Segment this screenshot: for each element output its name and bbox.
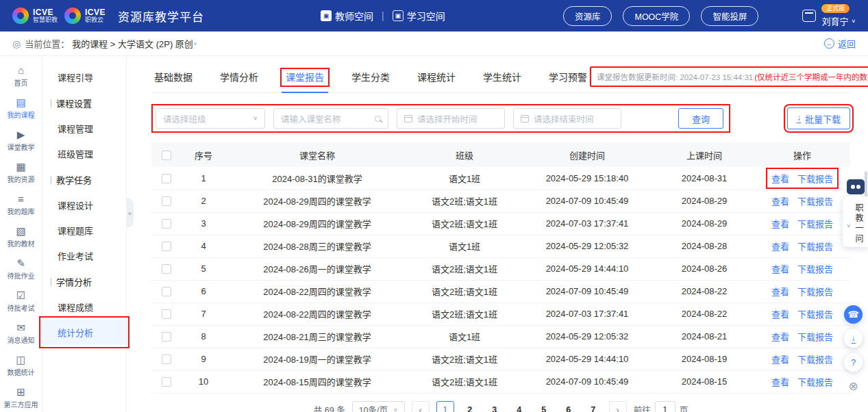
page-button-6[interactable]: 6 <box>560 401 578 412</box>
nav-teacher-space[interactable]: ▣ 教师空间 <box>321 9 373 23</box>
sidebar-item-my-textbooks[interactable]: ▧ 我的教材 <box>0 221 42 253</box>
download-report-link[interactable]: 下载报告 <box>797 330 833 343</box>
menu-item[interactable]: 班级管理 <box>42 141 126 166</box>
teacher-space-icon: ▣ <box>321 10 332 21</box>
page-button-2[interactable]: 2 <box>461 401 479 412</box>
sidebar-item-third-party-apps[interactable]: ⊞ 第三方应用 <box>0 382 42 412</box>
menu-item[interactable]: 课程题库 <box>42 218 126 243</box>
row-checkbox[interactable] <box>162 264 171 274</box>
table-row: 3 2024-08-29周四的课堂教学 语文2班;语文1班 2024-07-03… <box>151 212 850 235</box>
sidebar-item-my-courses[interactable]: ▤ 我的课程 <box>0 92 42 125</box>
download-report-link[interactable]: 下载报告 <box>797 217 833 230</box>
row-checkbox[interactable] <box>162 196 171 206</box>
qa-tab[interactable]: 职教一问 ∨ <box>843 196 868 247</box>
select-all-checkbox[interactable] <box>162 151 171 160</box>
breadcrumb-path[interactable]: 我的课程 > 大学语文 (2P) 原创 <box>72 37 193 50</box>
start-date-input[interactable]: 请选择开始时间 <box>397 108 505 129</box>
help-button[interactable]: ? <box>844 353 863 372</box>
smart-cast-button[interactable]: 智能投屏 <box>701 6 758 26</box>
sidebar-item-my-question-bank[interactable]: ≡ 我的题库 <box>0 189 42 221</box>
row-checkbox[interactable] <box>162 377 171 387</box>
update-scope-note: (仅统计近三个学期或一年内的数据) <box>754 71 868 82</box>
row-checkbox[interactable] <box>162 219 171 229</box>
location-icon: ◎ <box>12 38 21 49</box>
page-button-4[interactable]: 4 <box>510 401 528 412</box>
sidebar-item-pending-exams[interactable]: ☑ 待批考试 <box>0 285 42 318</box>
tab-0[interactable]: 基础数据 <box>151 63 195 92</box>
chat-icon: ☎ <box>847 309 858 320</box>
sidebar-item-notifications[interactable]: ✉ 消息通知 <box>0 318 42 350</box>
page-button-5[interactable]: 5 <box>535 401 553 412</box>
table-row: 10 2024-08-15周四的课堂教学 语文2班;语文1班 2024-07-0… <box>151 370 850 393</box>
view-report-link[interactable]: 查看 <box>771 375 789 388</box>
download-report-link[interactable]: 下载报告 <box>797 285 833 298</box>
course-dropdown-caret-icon[interactable]: ∨ <box>193 41 198 47</box>
download-report-link[interactable]: 下载报告 <box>797 262 833 275</box>
sidebar-item-pending-homework[interactable]: ✎ 待批作业 <box>0 253 42 285</box>
tab-5[interactable]: 学生统计 <box>480 63 524 92</box>
tab-3[interactable]: 学生分类 <box>349 63 393 92</box>
end-date-input[interactable]: 请选择结束时间 <box>513 108 621 129</box>
view-report-link[interactable]: 查看 <box>771 285 789 298</box>
view-report-link[interactable]: 查看 <box>771 307 789 320</box>
view-report-link[interactable]: 查看 <box>771 240 789 253</box>
tab-1[interactable]: 学情分析 <box>217 63 261 92</box>
class-select[interactable]: 请选择班级 ∨ <box>156 108 265 129</box>
menu-item[interactable]: 课程引导 <box>42 64 126 90</box>
user-menu[interactable]: 刘育宁 ∨ <box>821 14 856 27</box>
view-report-link[interactable]: 查看 <box>771 352 789 365</box>
menu-item[interactable]: 作业考试 <box>42 243 126 268</box>
download-report-link[interactable]: 下载报告 <box>797 172 833 185</box>
download-report-link[interactable]: 下载报告 <box>797 352 833 365</box>
view-report-link[interactable]: 查看 <box>771 194 789 207</box>
batch-download-button[interactable]: ↓ 批量下载 <box>787 107 850 129</box>
download-report-link[interactable]: 下载报告 <box>797 375 833 388</box>
row-checkbox[interactable] <box>162 355 171 364</box>
sidebar-item-classroom-teaching[interactable]: ▶ 课堂教学 <box>0 125 42 157</box>
row-checkbox[interactable] <box>162 242 171 251</box>
menu-item[interactable]: 统计分析 <box>42 320 126 345</box>
tab-6[interactable]: 学习预警 <box>546 63 590 92</box>
menu-section: 课程设置 <box>42 90 126 116</box>
view-report-link[interactable]: 查看 <box>771 172 789 185</box>
view-report-link[interactable]: 查看 <box>771 217 789 230</box>
row-checkbox[interactable] <box>162 332 171 342</box>
sidebar-collapse-handle[interactable]: « <box>126 198 134 227</box>
page-size-select[interactable]: 10条/页 ∨ <box>352 401 405 412</box>
row-checkbox[interactable] <box>162 174 171 183</box>
customer-service-button[interactable]: ☎ <box>844 305 863 324</box>
sidebar-item-my-resources[interactable]: ▦ 我的资源 <box>0 157 42 189</box>
tab-4[interactable]: 课程统计 <box>414 63 458 92</box>
nav-learning-space[interactable]: ▣ 学习空间 <box>393 9 445 23</box>
chevron-down-icon: ∨ <box>846 223 853 229</box>
collapse-widgets-button[interactable]: ⊗ <box>844 377 863 396</box>
row-checkbox[interactable] <box>162 287 171 296</box>
menu-item[interactable]: 课程管理 <box>42 116 126 141</box>
sidebar-item-home[interactable]: ⌂ 首页 <box>0 60 42 92</box>
prev-page-button[interactable]: ‹ <box>412 401 430 412</box>
menu-item[interactable]: 课程设计 <box>42 192 126 218</box>
search-button[interactable]: 查询 <box>678 108 723 129</box>
download-report-link[interactable]: 下载报告 <box>797 307 833 320</box>
download-report-link[interactable]: 下载报告 <box>797 194 833 207</box>
row-checkbox[interactable] <box>162 309 171 319</box>
resource-library-button[interactable]: 资源库 <box>563 6 612 26</box>
menu-item[interactable]: 课程成绩 <box>42 294 126 320</box>
tab-2[interactable]: 课堂报告 <box>283 63 327 92</box>
view-report-link[interactable]: 查看 <box>771 330 789 343</box>
sidebar-item-data-statistics[interactable]: ◫ 数据统计 <box>0 350 42 382</box>
download-report-link[interactable]: 下载报告 <box>797 240 833 253</box>
goto-page-input[interactable]: 1 <box>655 401 675 412</box>
back-button[interactable]: ← 返回 <box>824 37 856 50</box>
page-button-1[interactable]: 1 <box>436 401 454 412</box>
space-nav: ▣ 教师空间 | ▣ 学习空间 <box>321 9 445 23</box>
mooc-college-button[interactable]: MOOC学院 <box>623 6 690 26</box>
class-name-input[interactable]: 请输入课堂名称 <box>273 108 388 129</box>
floating-action-stack: ☎ ↓ ? ⊗ <box>844 305 863 396</box>
table-row: 9 2024-08-19周一的课堂教学 语文2班;语文1班 2024-05-29… <box>151 348 850 370</box>
next-page-button[interactable]: › <box>609 401 627 412</box>
download-center-button[interactable]: ↓ <box>844 329 863 348</box>
view-report-link[interactable]: 查看 <box>771 262 789 275</box>
page-button-3[interactable]: 3 <box>486 401 504 412</box>
page-button-7[interactable]: 7 <box>584 401 602 412</box>
